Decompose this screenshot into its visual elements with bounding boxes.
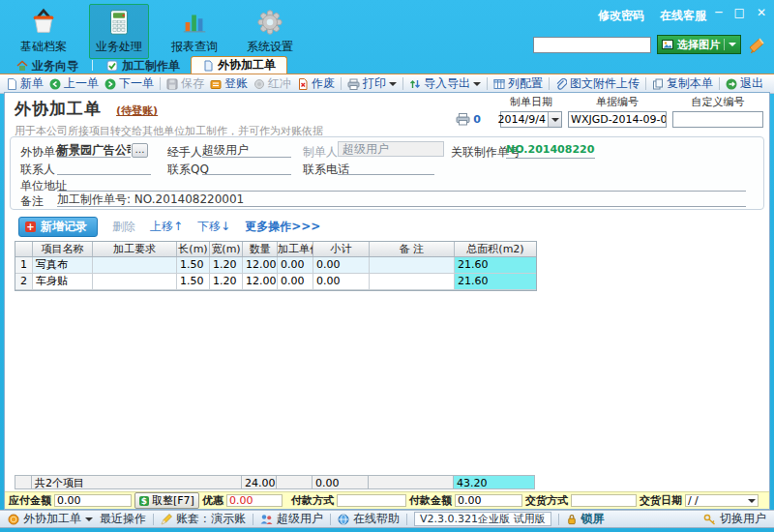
table-row[interactable]: 2车身贴1.501.2012.000.000.0021.60 [15, 274, 536, 290]
contact-qq-input[interactable] [202, 160, 291, 175]
menu-item-business[interactable]: 业务处理 [89, 4, 149, 59]
round-button[interactable]: $ 取整[F7] [134, 492, 199, 509]
void-button[interactable]: 作废 [297, 75, 335, 92]
toolbar-label: 登账 [224, 75, 248, 92]
grid-cell[interactable] [370, 257, 455, 273]
grid-cell[interactable]: 21.60 [455, 257, 536, 273]
dropdown-icon[interactable] [729, 43, 736, 50]
move-up-link[interactable]: 上移↑ [150, 219, 183, 235]
horn-icon[interactable] [747, 35, 766, 54]
statusbar-recent-ops[interactable]: 最近操作 [100, 511, 146, 527]
table-row[interactable]: 1写真布1.501.2012.000.000.0021.60 [15, 257, 536, 274]
attachment-upload-button[interactable]: 图文附件上传 [555, 75, 640, 92]
next-order-button[interactable]: 下一单 [104, 75, 154, 92]
order-date-input[interactable]: 2014/9/4 [500, 111, 562, 128]
titlebar-links: 修改密码 在线客服 [598, 8, 706, 24]
grid-cell[interactable]: 21.60 [455, 274, 536, 289]
grid-cell[interactable]: 1.50 [177, 274, 210, 289]
new-order-button[interactable]: 新单 [6, 75, 44, 92]
custom-number-input[interactable] [673, 112, 762, 127]
dropdown-icon[interactable] [85, 517, 93, 525]
switch-user-button[interactable]: 切换用户 [703, 511, 766, 527]
import-export-button[interactable]: 导入导出 [409, 75, 481, 92]
grid-cell[interactable]: 车身贴 [33, 274, 93, 289]
grid-cell[interactable] [93, 274, 177, 289]
menu-label: 基础档案 [20, 39, 67, 55]
exit-icon [726, 78, 737, 90]
globe-icon [338, 514, 349, 525]
print-icon [347, 78, 360, 90]
grid-cell[interactable]: 1.50 [177, 257, 210, 273]
statusbar-user[interactable]: 超级用户 [260, 511, 323, 527]
row-number[interactable]: 1 [15, 257, 33, 273]
change-password-link[interactable]: 修改密码 [598, 8, 644, 24]
delivery-method-input[interactable] [571, 494, 637, 507]
menu-item-reports[interactable]: 报表查询 [164, 4, 224, 59]
row-number[interactable]: 2 [15, 274, 33, 289]
grid-cell[interactable]: 0.00 [313, 257, 370, 273]
grid-cell[interactable]: 0.00 [313, 274, 370, 289]
grid-cell[interactable]: 0.00 [278, 257, 313, 273]
print-count[interactable]: 0 [456, 112, 481, 126]
save-button[interactable]: 保存 [166, 75, 204, 92]
grid-cell[interactable]: 1.20 [210, 274, 243, 289]
related-order-value[interactable]: NO.201408220001 [506, 143, 595, 159]
column-config-button[interactable]: 列配置 [493, 75, 543, 92]
add-record-button[interactable]: + 新增记录 [18, 217, 98, 237]
grid-cell[interactable] [93, 257, 177, 273]
tab-processing-order[interactable]: 加工制作单 [96, 58, 191, 74]
pay-method-input[interactable] [337, 494, 406, 507]
handler-value[interactable]: 超级用户 [202, 142, 291, 158]
dropdown-icon[interactable] [473, 82, 481, 90]
lock-screen-button[interactable]: 锁屏 [566, 511, 605, 527]
online-service-link[interactable]: 在线客服 [660, 8, 706, 24]
grid-cell[interactable]: 12.00 [243, 274, 278, 289]
maximize-button[interactable]: □ [734, 6, 745, 19]
grid-cell[interactable] [370, 274, 455, 289]
menu-item-settings[interactable]: 系统设置 [240, 4, 300, 59]
red-flush-button[interactable]: 红冲 [253, 75, 291, 92]
print-button[interactable]: 打印 [347, 75, 397, 92]
close-button[interactable]: ✕ [757, 6, 766, 19]
minimize-button[interactable]: ─ [715, 6, 722, 19]
more-actions-link[interactable]: 更多操作>>> [245, 219, 320, 235]
unit-picker-button[interactable]: … [132, 143, 148, 158]
dropdown-icon[interactable] [389, 82, 397, 90]
handler-label: 经手人 [167, 144, 202, 161]
tab-outsourcing-order[interactable]: 外协加工单 [191, 56, 287, 74]
grid-cell[interactable]: 1.20 [210, 257, 243, 273]
toolbar-label: 红冲 [268, 75, 291, 92]
prev-order-button[interactable]: 上一单 [49, 75, 99, 92]
tab-business-wizard[interactable]: 业务向导 [6, 58, 89, 74]
statusbar-doc-type[interactable]: 外协加工单 [8, 511, 93, 527]
discount-input[interactable]: 0.00 [226, 494, 283, 507]
grid-summary-row: 共2个项目 24.00 0.00 43.20 [15, 475, 769, 489]
outsource-unit-value[interactable]: 新景园广告公司 [57, 142, 131, 158]
menu-item-basic-files[interactable]: 基础档案 [14, 4, 74, 59]
move-down-link[interactable]: 下移↓ [197, 219, 230, 235]
statusbar-help[interactable]: 在线帮助 [338, 511, 400, 527]
date-dropdown-button[interactable] [548, 112, 561, 127]
grid-cell[interactable]: 0.00 [278, 274, 313, 289]
contact-phone-input[interactable] [338, 160, 434, 175]
address-input[interactable] [57, 176, 746, 192]
statusbar-account[interactable]: 账套：演示账 [161, 511, 246, 527]
grid-cell[interactable]: 写真布 [33, 257, 93, 273]
remark-input[interactable]: 加工制作单号: NO.201408220001 [57, 192, 746, 207]
contact-input[interactable] [57, 160, 151, 175]
exit-button[interactable]: 退出 [726, 75, 763, 92]
doc-number-input[interactable]: WXJGD-2014-09-04-0002 [568, 111, 667, 128]
grid-cell[interactable]: 12.00 [243, 257, 278, 273]
register-button[interactable]: 登账 [210, 75, 248, 92]
select-image-button[interactable]: 选择图片 [657, 35, 741, 54]
status-badge[interactable]: (待登账) [116, 104, 158, 117]
toolbar-label: 上一单 [64, 75, 99, 92]
copy-order-button[interactable]: 复制本单 [652, 75, 713, 92]
tab-label: 外协加工单 [218, 57, 276, 74]
delivery-date-input[interactable]: / / [685, 494, 759, 507]
image-path-input[interactable] [533, 37, 651, 53]
save-icon [166, 78, 178, 90]
pay-amount-input[interactable]: 0.00 [455, 494, 522, 507]
delete-row-link[interactable]: 删除 [112, 219, 135, 235]
payable-amount-input[interactable]: 0.00 [54, 494, 132, 507]
